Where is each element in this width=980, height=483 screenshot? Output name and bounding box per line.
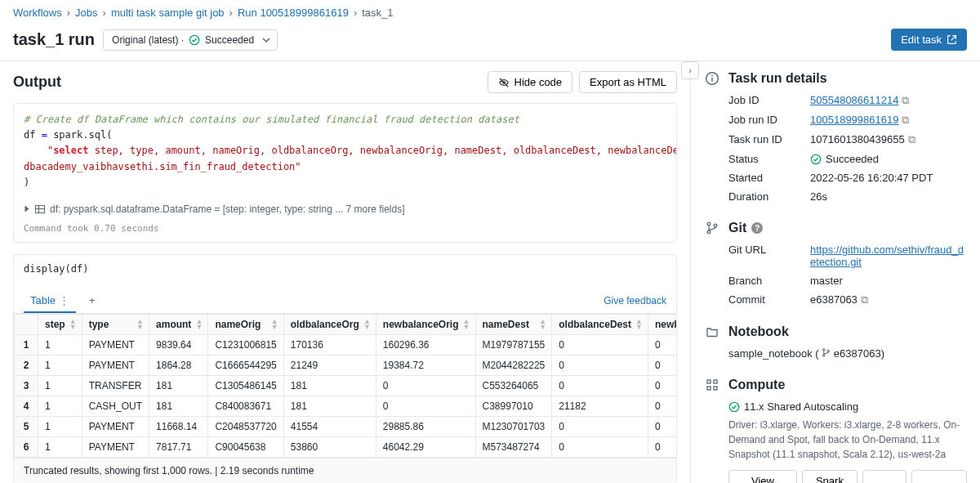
breadcrumb-link[interactable]: Run 100518999861619 [238,7,349,19]
page-title: task_1 run [13,30,95,49]
version-dropdown[interactable]: Original (latest) · Succeeded [103,29,278,51]
dataframe-schema[interactable]: df: pyspark.sql.dataframe.DataFrame = [s… [14,199,676,220]
column-header[interactable]: amount▲▼ [149,314,208,334]
svg-rect-14 [714,387,717,390]
column-header[interactable]: type▲▼ [82,314,149,334]
eye-off-icon [498,77,510,88]
spark-ui-button[interactable]: Spark UI [802,470,858,483]
notebook-cell: display(df) Table⋮ + Give feedback step▲… [13,254,677,483]
svg-point-6 [707,230,710,234]
breadcrumb-link[interactable]: Jobs [75,7,97,19]
column-header[interactable]: nameOrig▲▼ [208,314,283,334]
info-icon [704,71,720,86]
command-time: Command took 0.70 seconds [14,220,676,242]
result-table: step▲▼type▲▼amount▲▼nameOrig▲▼oldbalance… [14,314,676,458]
export-html-button[interactable]: Export as HTML [579,71,677,93]
tab-add[interactable]: + [82,289,102,313]
tab-table[interactable]: Table⋮ [24,289,76,313]
breadcrumb-link[interactable]: multi task sample git job [111,7,225,19]
started-value: 2022-05-26 16:20:47 PDT [810,172,967,184]
give-feedback-link[interactable]: Give feedback [604,295,666,306]
edit-task-button[interactable]: Edit task [891,29,967,51]
success-icon [728,401,740,413]
svg-rect-11 [707,380,710,383]
status-value: Succeeded [810,153,967,165]
column-header[interactable]: oldbalanceDest▲▼ [552,314,648,334]
success-icon [810,154,822,165]
column-header[interactable]: newbalanceDe▲▼ [648,314,676,334]
git-commit: e6387063⧉ [810,293,967,306]
table-row[interactable]: 51PAYMENT11668.14C20485377204155429885.8… [15,416,677,436]
git-branch-icon [704,221,720,235]
hide-code-button[interactable]: Hide code [488,71,573,93]
svg-point-8 [823,349,825,351]
details-panel: › Task run details Job ID505548086611214… [690,61,980,483]
svg-rect-12 [714,380,717,383]
truncated-note: Truncated results, showing first 1,000 r… [14,458,676,483]
breadcrumb: Workflows› Jobs› multi task sample git j… [0,0,980,25]
column-header[interactable]: step▲▼ [38,314,82,334]
cluster-desc: Driver: i3.xlarge, Workers: i3.xlarge, 2… [704,418,967,462]
expand-caret-icon [25,206,29,212]
metrics-button[interactable]: Metrics [911,470,967,483]
task-run-id: 1071601380439655⧉ [810,133,967,146]
chevron-down-icon [262,38,270,42]
duration-value: 26s [810,190,967,203]
table-row[interactable]: 31TRANSFER181C13054861451810C55326406500 [15,375,677,396]
view-cluster-button[interactable]: View cluster [728,470,797,483]
table-icon [35,205,45,213]
table-row[interactable]: 21PAYMENT1864.28C16665442952124919384.72… [15,355,677,375]
compute-icon [704,378,720,391]
external-link-icon [947,34,957,45]
section-title: Notebook [728,324,789,339]
notebook-name: sample_notebook ( e6387063) [704,347,967,360]
copy-icon[interactable]: ⧉ [902,114,909,126]
version-label: Original (latest) · [112,34,184,46]
section-title: Task run details [728,71,827,86]
logs-button[interactable]: Logs [862,470,906,483]
page-header: task_1 run Original (latest) · Succeeded… [0,25,980,60]
svg-point-10 [827,350,829,351]
help-icon[interactable]: ? [751,222,763,234]
git-url-link[interactable]: https://github.com/sethiv/fraud_detectio… [810,244,964,268]
git-branch-icon [822,348,831,357]
svg-point-7 [714,224,717,227]
success-icon [189,34,200,46]
column-header[interactable]: newbalanceOrig▲▼ [376,314,475,334]
copy-icon[interactable]: ⧉ [902,94,909,106]
copy-icon[interactable]: ⧉ [908,133,915,145]
column-header[interactable] [15,314,38,334]
copy-icon[interactable]: ⧉ [861,293,868,306]
folder-icon [704,325,720,338]
section-title: Compute [728,378,785,392]
cluster-name: 11.x Shared Autoscaling [704,400,858,413]
svg-point-3 [711,75,713,77]
breadcrumb-current: task_1 [362,7,393,19]
breadcrumb-link[interactable]: Workflows [13,7,62,19]
job-run-id-link[interactable]: 100518999861619 [810,114,898,126]
collapse-panel-button[interactable]: › [681,61,699,79]
output-title: Output [13,74,61,91]
code-block: # Create df DataFrame which contains our… [14,104,676,199]
column-header[interactable]: oldbalanceOrg▲▼ [283,314,376,334]
table-row[interactable]: 61PAYMENT7817.71C900456385386046042.29M5… [15,436,677,457]
code-block: display(df) [14,255,676,283]
column-header[interactable]: nameDest▲▼ [475,314,552,334]
version-status: Succeeded [205,34,254,46]
table-row[interactable]: 41CASH_OUT181C8400836711810C389970102118… [15,396,677,416]
job-id-link[interactable]: 505548086611214 [810,94,898,106]
svg-point-5 [707,222,710,226]
main-content: Output Hide code Export as HTML # Create… [0,61,690,483]
table-row[interactable]: 11PAYMENT9839.64C1231006815170136160296.… [15,334,677,355]
git-branch: master [810,275,967,287]
section-title: Git? [728,221,763,235]
svg-point-9 [823,355,825,356]
notebook-cell: # Create df DataFrame which contains our… [13,103,677,243]
svg-rect-13 [707,387,710,390]
